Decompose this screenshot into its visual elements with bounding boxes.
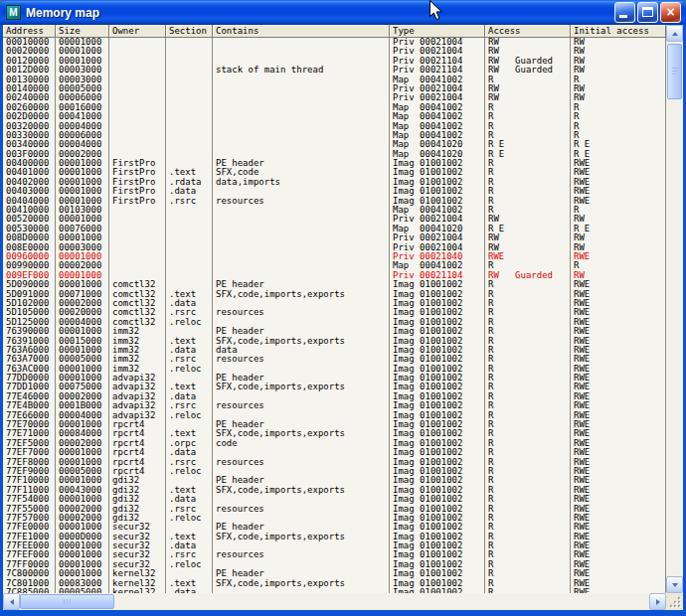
table-row[interactable]: 0040100000001000FirstPro.textSFX,codeIma… bbox=[3, 168, 666, 177]
cell-address: 00402000 bbox=[3, 178, 56, 187]
memory-map-icon[interactable]: M bbox=[6, 5, 21, 20]
table-row[interactable]: 5D10200000002000comctl32.dataImag 010010… bbox=[3, 299, 666, 308]
table-row[interactable]: 5D10500000020000comctl32.rsrcresourcesIm… bbox=[3, 308, 666, 317]
table-row[interactable]: 763A600000001000imm32.datadataImag 01001… bbox=[3, 346, 666, 355]
scroll-left-button[interactable] bbox=[3, 593, 20, 610]
table-row[interactable]: 0040400000001000FirstPro.rsrcresourcesIm… bbox=[3, 197, 666, 206]
table-row[interactable]: 77EF900000005000rpcrt4.relocImag 0100100… bbox=[3, 467, 666, 476]
table-row[interactable]: 77EF500000002000rpcrt4.orpccodeImag 0100… bbox=[3, 439, 666, 448]
table-row[interactable]: 0012D00000003000stack of main threadPriv… bbox=[3, 66, 666, 75]
table-row[interactable]: 009EF00000001000Priv 00021104RW GuardedR… bbox=[3, 271, 666, 280]
table-row[interactable]: 0013000000003000Map 00041002RR bbox=[3, 76, 666, 84]
table-row[interactable]: 77E4600000002000advapi32.dataImag 010010… bbox=[3, 392, 666, 401]
cell-section: .data bbox=[166, 392, 213, 401]
scroll-down-button[interactable] bbox=[666, 576, 683, 593]
table-row[interactable]: 7C80000000001000kernel32PE headerImag 01… bbox=[3, 569, 666, 578]
vertical-scrollbar[interactable] bbox=[666, 25, 683, 593]
table-row[interactable]: 0032000000004000Map 00041002RR bbox=[3, 122, 666, 131]
cell-size: 00001000 bbox=[56, 47, 109, 56]
column-header-access[interactable]: Access bbox=[485, 25, 571, 38]
table-row[interactable]: 0033000000006000Map 00041002RR bbox=[3, 131, 666, 140]
cell-size: 00006000 bbox=[56, 93, 109, 102]
horizontal-scrollbar-track[interactable] bbox=[20, 593, 649, 610]
table-row[interactable]: 0052000000001000Priv 00021004RWRW bbox=[3, 215, 666, 224]
table-row[interactable]: 77FF000000001000secur32.relocImag 010010… bbox=[3, 560, 666, 569]
vertical-scrollbar-track[interactable] bbox=[666, 42, 683, 576]
table-row[interactable]: 77EF800000001000rpcrt4.rsrcresourcesImag… bbox=[3, 458, 666, 467]
cell-type: Priv 00021104 bbox=[390, 57, 485, 66]
table-row[interactable]: 5D09000000001000comctl32PE headerImag 01… bbox=[3, 280, 666, 289]
titlebar[interactable]: M Memory map × bbox=[0, 0, 686, 25]
table-row[interactable]: 0053000000076000Map 00041020R ER E bbox=[3, 225, 666, 233]
table-row[interactable]: 0012000000001000Priv 00021104RW GuardedR… bbox=[3, 57, 666, 66]
table-row[interactable]: 77F5400000001000gdi32.dataImag 01001002R… bbox=[3, 495, 666, 504]
table-row[interactable]: 002D000000041000Map 00041002RR bbox=[3, 112, 666, 121]
table-row[interactable]: 77E6600000004000advapi32.relocImag 01001… bbox=[3, 411, 666, 420]
table-row[interactable]: 0041000000103000Map 00041002RR bbox=[3, 206, 666, 215]
cell-access: R bbox=[485, 197, 571, 206]
cell-address: 00960000 bbox=[3, 252, 56, 261]
table-row[interactable]: 008D000000001000Priv 00021004RWRW bbox=[3, 233, 666, 242]
table-row[interactable]: 77EF700000001000rpcrt4.dataImag 01001002… bbox=[3, 448, 666, 457]
table-row[interactable]: 7C80100000083000kernel32.textSFX,code,im… bbox=[3, 579, 666, 588]
table-row[interactable]: 77FE10000000D000secur32.textSFX,code,imp… bbox=[3, 533, 666, 541]
table-row[interactable]: 7639000000001000imm32PE headerImag 01001… bbox=[3, 327, 666, 336]
cell-owner bbox=[109, 252, 166, 261]
table-row[interactable]: 0001000000001000Priv 00021004RWRW bbox=[3, 38, 666, 47]
table-row[interactable]: 0040000000001000FirstProPE headerImag 01… bbox=[3, 159, 666, 168]
table-row[interactable]: 77FE000000001000secur32PE headerImag 010… bbox=[3, 523, 666, 532]
scroll-right-button[interactable] bbox=[649, 593, 666, 610]
table-row[interactable]: 0034000000004000Map 00041020R ER E bbox=[3, 140, 666, 149]
cell-type: Imag 01001002 bbox=[390, 505, 485, 514]
table-row[interactable]: 77FEF00000001000secur32.rsrcresourcesIma… bbox=[3, 550, 666, 559]
table-row[interactable]: 77DD100000075000advapi32.textSFX,code,im… bbox=[3, 383, 666, 391]
scroll-up-button[interactable] bbox=[666, 25, 683, 42]
table-row[interactable]: 5D12500000004000comctl32.relocImag 01001… bbox=[3, 318, 666, 327]
table-row[interactable]: 77DD000000001000advapi32PE headerImag 01… bbox=[3, 374, 666, 383]
arrow-down-icon bbox=[672, 583, 678, 587]
close-button[interactable]: × bbox=[660, 2, 681, 23]
table-row[interactable]: 763A700000005000imm32.rsrcresourcesImag … bbox=[3, 355, 666, 364]
cell-size: 00041000 bbox=[56, 112, 109, 121]
table-row[interactable]: 763AC00000001000imm32.relocImag 01001002… bbox=[3, 365, 666, 374]
table-row[interactable]: 0096000000001000Priv 00021040RWERWE bbox=[3, 252, 666, 261]
table-row[interactable]: 5D09100000071000comctl32.textSFX,code,im… bbox=[3, 290, 666, 299]
vertical-scrollbar-thumb[interactable] bbox=[667, 44, 682, 99]
column-header-type[interactable]: Type bbox=[390, 25, 485, 38]
table-row[interactable]: 0014000000005000Priv 00021004RWRW bbox=[3, 84, 666, 93]
cell-access: R bbox=[485, 308, 571, 317]
table-row[interactable]: 0099000000002000Map 00041002RR bbox=[3, 261, 666, 270]
horizontal-scrollbar[interactable] bbox=[3, 593, 666, 610]
column-header-contains[interactable]: Contains bbox=[213, 25, 390, 38]
table-row[interactable]: 77E7100000084000rpcrt4.textSFX,code,impo… bbox=[3, 429, 666, 438]
table-row[interactable]: 008E000000003000Priv 00021004RWRW bbox=[3, 243, 666, 252]
table-row[interactable]: 003F000000002000Map 00041020R ER E bbox=[3, 150, 666, 159]
column-header-address[interactable]: Address bbox=[3, 25, 56, 38]
table-row[interactable]: 77F5500000002000gdi32.rsrcresourcesImag … bbox=[3, 505, 666, 514]
table-row[interactable]: 77F1000000001000gdi32PE headerImag 01001… bbox=[3, 476, 666, 485]
table-row[interactable]: 0024000000006000Priv 00021004RWRW bbox=[3, 93, 666, 102]
cell-type: Imag 01001002 bbox=[390, 308, 485, 317]
horizontal-scrollbar-thumb[interactable] bbox=[20, 594, 114, 609]
table-row[interactable]: 77E4B0000001B000advapi32.rsrcresourcesIm… bbox=[3, 401, 666, 410]
maximize-icon bbox=[642, 7, 653, 17]
minimize-button[interactable] bbox=[614, 2, 635, 23]
maximize-button[interactable] bbox=[637, 2, 658, 23]
table-row[interactable]: 7639100000015000imm32.textSFX,code,impor… bbox=[3, 337, 666, 346]
column-header-section[interactable]: Section bbox=[166, 25, 213, 38]
table-row[interactable]: 77F1100000043000gdi32.textSFX,code,impor… bbox=[3, 486, 666, 495]
cell-access: R bbox=[485, 299, 571, 308]
table-row[interactable]: 0002000000001000Priv 00021004RWRW bbox=[3, 47, 666, 56]
column-header-initial[interactable]: Initial access bbox=[571, 25, 666, 38]
table-row[interactable]: 0026000000016000Map 00041002RR bbox=[3, 103, 666, 112]
table-row[interactable]: 77FEE00000001000secur32.dataImag 0100100… bbox=[3, 541, 666, 550]
cell-contains bbox=[213, 448, 390, 457]
table-row[interactable]: 77E7000000001000rpcrt4PE headerImag 0100… bbox=[3, 420, 666, 429]
resize-grip[interactable] bbox=[666, 593, 683, 610]
column-header-size[interactable]: Size bbox=[56, 25, 109, 38]
table-row[interactable]: 0040300000001000FirstPro.dataImag 010010… bbox=[3, 187, 666, 196]
cell-section bbox=[166, 159, 213, 168]
table-row[interactable]: 0040200000001000FirstPro.rdatadata,impor… bbox=[3, 178, 666, 187]
column-header-owner[interactable]: Owner bbox=[109, 25, 166, 38]
table-row[interactable]: 77F5700000002000gdi32.relocImag 01001002… bbox=[3, 514, 666, 523]
